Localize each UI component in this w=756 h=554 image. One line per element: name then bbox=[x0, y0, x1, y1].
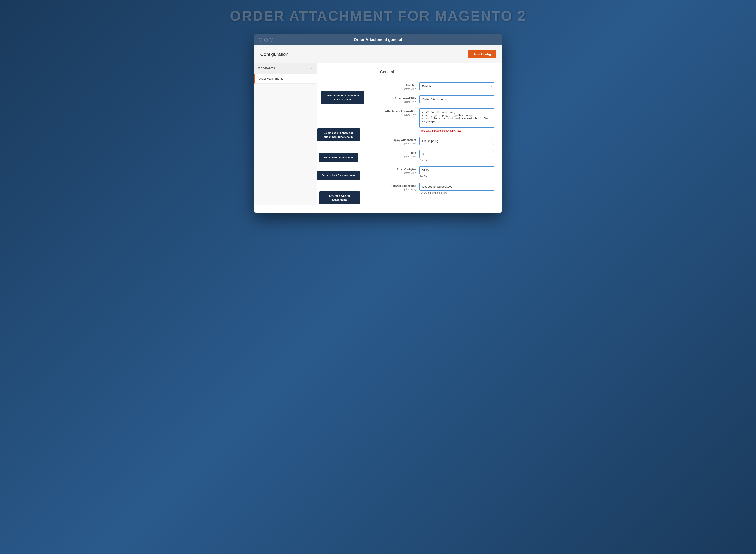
enabled-select-wrapper: Enable Disable ▾ bbox=[419, 82, 494, 90]
attachment-info-sublabel: [store view] bbox=[404, 113, 416, 116]
browser-dot-green bbox=[270, 38, 273, 42]
limit-input[interactable] bbox=[419, 150, 494, 158]
enabled-select[interactable]: Enable Disable bbox=[420, 82, 494, 90]
attachment-title-sublabel: [store view] bbox=[404, 101, 416, 103]
sidebar-section-mageants[interactable]: MAGEANTS ∧ bbox=[254, 63, 317, 74]
tooltip-desc-link: Description for attachments link size, t… bbox=[321, 91, 364, 104]
limit-label: Limit bbox=[380, 152, 416, 155]
form-row-limit: Limit [store view] Per Order bbox=[380, 150, 494, 162]
main-form-area: Description for attachments link size, t… bbox=[317, 63, 502, 205]
sidebar: MAGEANTS ∧ Order Attachments bbox=[254, 63, 317, 205]
tooltip-file-type: Enter file type for attachments bbox=[319, 191, 360, 205]
display-attachment-label: Display Attachment bbox=[380, 138, 416, 142]
attachment-info-label: Attachment Information bbox=[380, 110, 416, 113]
limit-hint: Per Order bbox=[419, 159, 494, 162]
extensions-hint: For Ex. jpg,jpeg,png,gif,pdf bbox=[419, 191, 494, 194]
section-title-general: General bbox=[380, 70, 494, 77]
browser-dot-yellow bbox=[264, 38, 268, 42]
config-header: Configuration Save Config bbox=[254, 46, 502, 63]
size-input[interactable] bbox=[419, 166, 494, 174]
size-hint: Per File bbox=[419, 175, 494, 178]
size-sublabel: [store view] bbox=[404, 172, 416, 174]
form-row-display-attachment: Display Attachment [store view] On Shipp… bbox=[380, 137, 494, 145]
attachment-title-label: Attachment Title bbox=[380, 97, 416, 100]
form-row-attachment-info: Attachment Information [store view] <p>*… bbox=[380, 108, 494, 132]
browser-titlebar: Order Attachment general bbox=[254, 34, 502, 46]
config-title: Configuration bbox=[260, 52, 289, 57]
form-row-enabled: Enabled [store view] Enable Disable ▾ bbox=[380, 82, 494, 91]
main-layout: MAGEANTS ∧ Order Attachments Description… bbox=[254, 63, 502, 213]
enabled-sublabel: [store view] bbox=[404, 88, 416, 90]
browser-tab-title: Order Attachment general bbox=[354, 37, 402, 42]
sidebar-section-label: MAGEANTS bbox=[258, 67, 275, 70]
form-row-attachment-title: Attachment Title [store view] bbox=[380, 95, 494, 104]
size-label: Size, Kilobytes bbox=[380, 168, 416, 171]
form-row-size: Size, Kilobytes [store view] Per File bbox=[380, 166, 494, 178]
extensions-input[interactable] bbox=[419, 182, 494, 190]
sidebar-chevron-icon: ∧ bbox=[311, 67, 313, 70]
tooltip-set-limit: Set limit for attachments bbox=[319, 153, 358, 162]
tooltip-set-size: Set size limit for attachment bbox=[317, 171, 360, 180]
page-title: ORDER ATTACHMENT FOR MAGENTO 2 bbox=[230, 8, 526, 24]
save-config-button[interactable]: Save Config bbox=[468, 50, 496, 58]
attachment-info-hint: * You Can Add Custom Information here bbox=[419, 129, 494, 132]
browser-dot-red bbox=[259, 38, 262, 42]
extensions-label: Allowed extensions bbox=[380, 184, 416, 187]
browser-dots bbox=[259, 38, 273, 42]
enabled-label: Enabled bbox=[380, 84, 416, 87]
extensions-sublabel: [store view] bbox=[404, 188, 416, 190]
sidebar-item-order-attachments[interactable]: Order Attachments bbox=[254, 74, 317, 84]
limit-sublabel: [store view] bbox=[404, 155, 416, 158]
display-attachment-sublabel: [store view] bbox=[404, 142, 416, 145]
attachment-info-textarea[interactable]: <p>* Can Upload only <b>jpg,jpeg,png,gif… bbox=[419, 108, 494, 128]
browser-content: Configuration Save Config MAGEANTS ∧ Ord… bbox=[254, 46, 502, 213]
browser-window: Order Attachment general Configuration S… bbox=[254, 34, 502, 213]
form-row-extensions: Allowed extensions [store view] For Ex. … bbox=[380, 182, 494, 194]
attachment-title-input[interactable] bbox=[419, 95, 494, 103]
display-attachment-select[interactable]: On Shipping On Checkout Both bbox=[420, 137, 494, 145]
tooltip-select-page: Select page to show add attachment funct… bbox=[317, 128, 360, 142]
display-attachment-select-wrapper: On Shipping On Checkout Both ▾ bbox=[419, 137, 494, 145]
